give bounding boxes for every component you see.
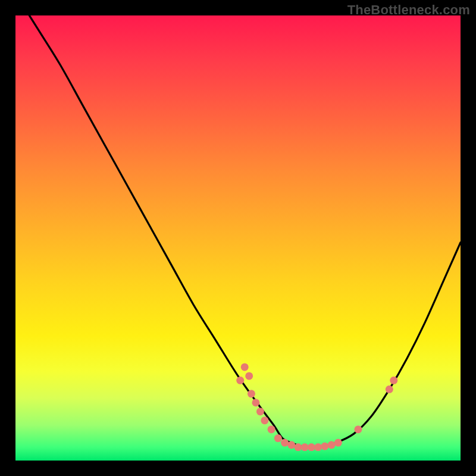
curve-point <box>334 439 342 447</box>
curve-point <box>268 425 275 433</box>
curve-point <box>354 425 362 433</box>
curve-point <box>328 441 336 449</box>
curve-point <box>314 443 322 451</box>
curve-point <box>308 443 315 451</box>
curve-point <box>321 443 328 450</box>
curve-point <box>281 439 289 447</box>
bottleneck-curve-svg <box>15 15 461 461</box>
curve-point <box>241 363 249 371</box>
curve-point <box>256 408 264 415</box>
curve-point <box>252 399 259 406</box>
curve-point <box>274 434 282 442</box>
curve-point <box>294 443 302 451</box>
curve-point <box>287 441 295 449</box>
curve-point <box>261 416 268 424</box>
curve-point <box>245 372 253 380</box>
curve-point <box>386 386 393 393</box>
watermark-text: TheBottleneck.com <box>347 2 470 18</box>
curve-point <box>248 390 255 397</box>
plot-area <box>15 15 461 461</box>
curve-point <box>390 377 397 384</box>
chart-frame: TheBottleneck.com <box>0 0 476 476</box>
curve-point <box>301 443 309 451</box>
curve-point <box>236 377 244 384</box>
